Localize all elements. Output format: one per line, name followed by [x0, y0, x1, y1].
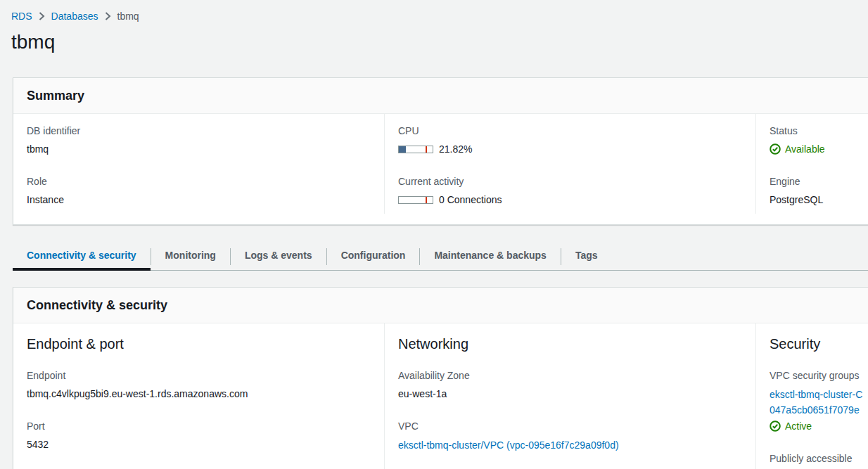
status-value-row: Available [770, 142, 868, 156]
endpoint-port-heading: Endpoint & port [27, 336, 371, 352]
summary-panel: Summary DB identifier tbmq Role Instance… [13, 77, 868, 225]
networking-heading: Networking [398, 336, 742, 352]
vpc-security-groups-label: VPC security groups [770, 368, 868, 383]
publicly-accessible-label: Publicly accessible [770, 451, 868, 465]
cpu-meter [398, 146, 433, 153]
tab-logs-events[interactable]: Logs & events [231, 245, 326, 271]
tab-configuration[interactable]: Configuration [327, 245, 420, 271]
connectivity-panel-header: Connectivity & security [13, 288, 868, 323]
detail-tabs: Connectivity & security Monitoring Logs … [13, 245, 868, 271]
current-activity-label: Current activity [398, 174, 742, 188]
current-activity-field: Current activity 0 Connections [398, 174, 742, 207]
current-activity-meter-threshold-tick [426, 197, 427, 203]
cpu-label: CPU [398, 124, 742, 138]
cpu-meter-row: 21.82% [398, 142, 742, 156]
port-value: 5432 [27, 437, 371, 451]
summary-column-metrics: CPU 21.82% Current activity 0 Conne [384, 114, 755, 214]
db-identifier-value: tbmq [27, 142, 371, 156]
breadcrumb: RDS Databases tbmq [11, 11, 139, 22]
security-group-link[interactable]: eksctl-tbmq-cluster-C [770, 387, 868, 402]
security-heading: Security [770, 336, 868, 352]
security-group-status: Active [785, 419, 812, 433]
port-label: Port [27, 419, 371, 433]
security-group-link[interactable]: 047a5cb0651f7079e [770, 402, 868, 418]
engine-label: Engine [770, 174, 868, 188]
vpc-security-groups-field: VPC security groups eksctl-tbmq-cluster-… [770, 368, 868, 433]
breadcrumb-current: tbmq [117, 11, 139, 22]
cpu-field: CPU 21.82% [398, 124, 742, 156]
port-field: Port 5432 [27, 419, 371, 451]
summary-title: Summary [27, 89, 868, 103]
status-value: Available [785, 142, 825, 156]
db-identifier-label: DB identifier [27, 124, 371, 138]
cpu-meter-threshold-tick [426, 146, 427, 153]
cpu-meter-fill [399, 146, 406, 153]
tab-maintenance-backups[interactable]: Maintenance & backups [420, 245, 561, 271]
current-activity-meter-row: 0 Connections [398, 193, 742, 207]
networking-column: Networking Availability Zone eu-west-1a … [384, 323, 755, 469]
summary-panel-body: DB identifier tbmq Role Instance CPU 21.… [13, 114, 868, 214]
engine-value: PostgreSQL [770, 193, 868, 207]
security-column: Security VPC security groups eksctl-tbmq… [755, 323, 868, 469]
vpc-field: VPC eksctl-tbmq-cluster/VPC (vpc-095e16f… [398, 419, 742, 453]
cpu-value: 21.82% [439, 142, 472, 156]
summary-panel-header: Summary [13, 78, 868, 114]
summary-column-status: Status Available Engine PostgreSQL [755, 114, 868, 214]
connectivity-panel-body: Endpoint & port Endpoint tbmq.c4vlkpug5b… [13, 323, 868, 469]
endpoint-label: Endpoint [27, 368, 371, 383]
endpoint-value: tbmq.c4vlkpug5bi9.eu-west-1.rds.amazonaw… [27, 387, 371, 401]
role-field: Role Instance [27, 174, 371, 207]
tab-connectivity-security[interactable]: Connectivity & security [13, 245, 151, 271]
check-circle-icon [770, 143, 781, 155]
chevron-right-icon [105, 12, 111, 20]
vpc-link[interactable]: eksctl-tbmq-cluster/VPC (vpc-095e16f7c29… [398, 439, 619, 451]
summary-column-identity: DB identifier tbmq Role Instance [13, 114, 384, 214]
chevron-right-icon [39, 12, 45, 20]
connectivity-title: Connectivity & security [27, 298, 868, 313]
role-label: Role [27, 174, 371, 188]
connectivity-security-panel: Connectivity & security Endpoint & port … [13, 287, 868, 469]
tab-monitoring[interactable]: Monitoring [151, 245, 230, 271]
availability-zone-label: Availability Zone [398, 368, 742, 383]
page-title: tbmq [11, 31, 55, 53]
endpoint-port-column: Endpoint & port Endpoint tbmq.c4vlkpug5b… [13, 323, 384, 469]
publicly-accessible-field: Publicly accessible [770, 451, 868, 465]
availability-zone-field: Availability Zone eu-west-1a [398, 368, 742, 401]
breadcrumb-link-databases[interactable]: Databases [51, 11, 98, 22]
role-value: Instance [27, 193, 371, 207]
db-identifier-field: DB identifier tbmq [27, 124, 371, 156]
endpoint-field: Endpoint tbmq.c4vlkpug5bi9.eu-west-1.rds… [27, 368, 371, 401]
current-activity-value: 0 Connections [439, 193, 502, 207]
current-activity-meter [398, 196, 433, 204]
vpc-label: VPC [398, 419, 742, 433]
status-field: Status Available [770, 124, 868, 156]
tab-tags[interactable]: Tags [561, 245, 612, 271]
check-circle-icon [770, 420, 781, 432]
security-group-status-row: Active [770, 419, 868, 433]
status-label: Status [770, 124, 868, 138]
breadcrumb-link-rds[interactable]: RDS [11, 11, 32, 22]
availability-zone-value: eu-west-1a [398, 387, 742, 401]
engine-field: Engine PostgreSQL [770, 174, 868, 207]
